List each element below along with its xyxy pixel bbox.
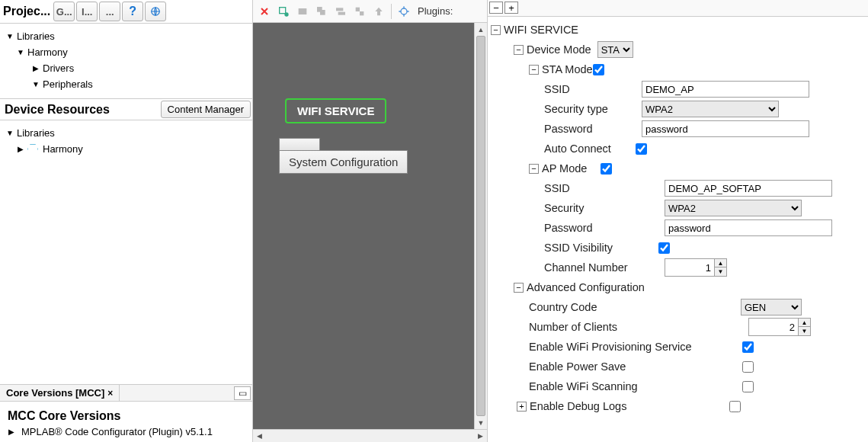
clients-spinner[interactable]: ▲▼ [748, 318, 811, 336]
scroll-down-icon[interactable]: ▼ [475, 416, 487, 429]
prop-debug[interactable]: + Enable Debug Logs [491, 396, 863, 416]
tree-item-libraries[interactable]: ▼Libraries [6, 28, 248, 44]
svg-rect-1 [280, 7, 286, 13]
provisioning-checkbox[interactable] [742, 341, 754, 353]
sta-ssid-input[interactable] [642, 81, 809, 98]
tree-label: Harmony [43, 143, 83, 155]
spin-up-icon[interactable]: ▲ [798, 319, 810, 327]
sysconf-label: System Configuration [279, 150, 408, 174]
prop-sta-security: Security type WPA2 [491, 99, 863, 119]
sta-password-input[interactable] [642, 120, 809, 137]
prop-label: Security [544, 202, 658, 214]
expander-icon[interactable]: − [529, 65, 539, 75]
prop-label: WIFI SERVICE [504, 24, 578, 36]
vertical-scrollbar[interactable]: ▲ ▼ [474, 23, 487, 429]
toolbar-btn-more[interactable]: ... [99, 2, 120, 21]
spin-down-icon[interactable]: ▼ [714, 267, 726, 276]
prop-label: Enable WiFi Scanning [529, 380, 742, 392]
project-tree: ▼Libraries ▼Harmony ▶Drivers ▼Peripheral… [0, 24, 252, 99]
tree-item-peripherals[interactable]: ▼Peripherals [6, 76, 248, 92]
prop-ap-mode[interactable]: − AP Mode [491, 159, 863, 178]
prop-label: SSID [544, 182, 658, 194]
ap-ssidvis-checkbox[interactable] [658, 242, 670, 254]
scroll-thumb[interactable] [476, 36, 485, 416]
device-resources-header: Device Resources Content Manager [0, 99, 252, 120]
mcc-title: MCC Core Versions [8, 409, 245, 423]
ap-mode-checkbox[interactable] [601, 163, 612, 175]
tree-item-libraries-2[interactable]: ▼Libraries [6, 125, 248, 141]
restore-icon[interactable]: ▭ [234, 386, 251, 400]
tree-item-harmony-2[interactable]: ▶Harmony [6, 141, 248, 157]
tree-label: Drivers [43, 62, 74, 74]
ungroup-icon[interactable] [351, 3, 368, 20]
content-manager-button[interactable]: Content Manager [161, 101, 251, 118]
sta-autoconnect-checkbox[interactable] [636, 143, 647, 155]
prop-device-mode[interactable]: − Device Mode STA [491, 40, 863, 59]
prop-label: Country Code [529, 301, 735, 313]
device-resources-title: Device Resources [5, 103, 161, 117]
component-icon[interactable] [294, 3, 311, 20]
spin-up-icon[interactable]: ▲ [714, 259, 726, 267]
project-header: Projec... G... I... ... ? [0, 0, 252, 24]
expander-icon[interactable]: − [529, 164, 539, 174]
ap-password-input[interactable] [665, 219, 832, 236]
expander-icon[interactable]: + [517, 402, 527, 412]
tab-core-versions[interactable]: Core Versions [MCC] × [0, 385, 120, 401]
channel-spinner[interactable]: ▲▼ [665, 258, 727, 277]
arrow-up-icon[interactable] [370, 3, 387, 20]
prop-clients: Number of Clients ▲▼ [491, 317, 863, 337]
canvas-wrap: WIFI SERVICE System Configuration ▲ ▼ [253, 23, 487, 429]
mcc-item[interactable]: ▶MPLAB® Code Configurator (Plugin) v5.1.… [8, 426, 245, 437]
stack-icon[interactable] [332, 3, 349, 20]
wifi-service-block[interactable]: WIFI SERVICE [285, 98, 386, 123]
toolbar-btn-i[interactable]: I... [76, 2, 98, 21]
expander-icon[interactable]: − [491, 25, 501, 35]
expander-icon[interactable]: − [514, 283, 524, 293]
powersave-checkbox[interactable] [742, 361, 754, 373]
ap-ssid-input[interactable] [665, 180, 832, 197]
left-column: Projec... G... I... ... ? ▼Libraries ▼Ha… [0, 0, 253, 442]
duplicate-icon[interactable] [313, 3, 330, 20]
prop-root[interactable]: − WIFI SERVICE [491, 20, 863, 40]
device-mode-select[interactable]: STA [597, 41, 633, 58]
prop-label: Number of Clients [529, 321, 742, 333]
target-icon[interactable] [396, 3, 412, 20]
system-configuration-block[interactable]: System Configuration [279, 138, 408, 174]
scanning-checkbox[interactable] [742, 381, 754, 392]
prop-sta-mode[interactable]: − STA Mode [491, 59, 863, 79]
canvas[interactable]: WIFI SERVICE System Configuration [253, 23, 474, 429]
sta-mode-checkbox[interactable] [593, 64, 604, 75]
globe-icon[interactable] [145, 2, 166, 21]
properties-toolbar: − + [488, 0, 868, 17]
prop-label: Enable Power Save [529, 360, 742, 373]
tab-label: Core Versions [MCC] [6, 387, 104, 399]
close-icon[interactable]: × [107, 388, 113, 399]
scroll-up-icon[interactable]: ▲ [475, 23, 487, 36]
debug-checkbox[interactable] [729, 401, 741, 412]
scroll-right-icon[interactable]: ▶ [474, 430, 487, 442]
horizontal-scrollbar[interactable]: ◀ ▶ [253, 429, 487, 442]
channel-input[interactable] [665, 259, 714, 276]
help-icon[interactable]: ? [122, 2, 143, 21]
tree-label: Harmony [27, 46, 68, 58]
tree-item-harmony[interactable]: ▼Harmony [6, 44, 248, 60]
sta-security-select[interactable]: WPA2 [642, 101, 779, 117]
prop-label: Enable Debug Logs [530, 400, 729, 412]
prop-advanced[interactable]: − Advanced Configuration [491, 277, 863, 297]
country-select[interactable]: GEN [741, 299, 802, 315]
collapse-all-button[interactable]: − [489, 2, 503, 14]
delete-icon[interactable] [256, 3, 273, 20]
spin-down-icon[interactable]: ▼ [798, 327, 810, 335]
add-component-icon[interactable] [275, 3, 292, 20]
clients-input[interactable] [749, 319, 798, 335]
expand-all-button[interactable]: + [504, 2, 518, 14]
tree-item-drivers[interactable]: ▶Drivers [6, 60, 248, 76]
scroll-left-icon[interactable]: ◀ [253, 430, 266, 442]
prop-label: STA Mode [542, 63, 593, 75]
ap-security-select[interactable]: WPA2 [665, 200, 802, 216]
toolbar-btn-g[interactable]: G... [53, 2, 75, 21]
expander-icon[interactable]: − [514, 45, 524, 55]
prop-label: Advanced Configuration [527, 281, 645, 293]
mcc-body: MCC Core Versions ▶MPLAB® Code Configura… [0, 402, 252, 442]
prop-label: Password [544, 222, 658, 234]
